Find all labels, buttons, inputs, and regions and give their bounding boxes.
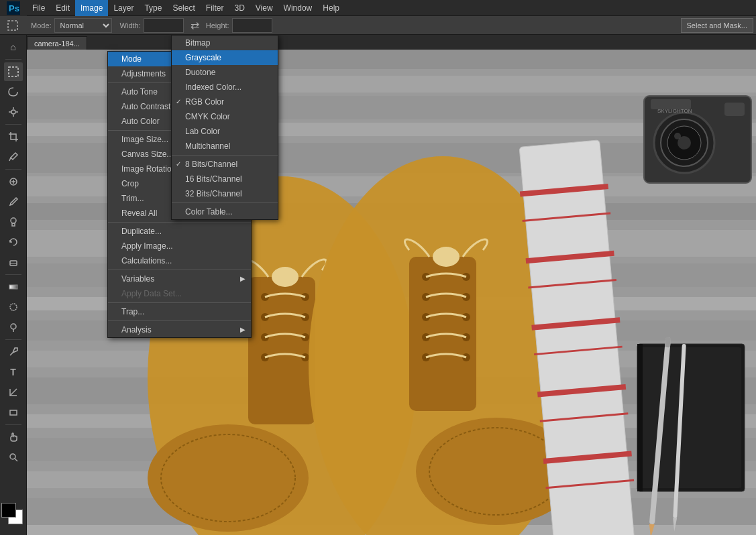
- mode-item-duotone[interactable]: Duotone: [172, 65, 278, 80]
- mode-item-16bit-label: 16 Bits/Channel: [185, 172, 242, 186]
- tool-lasso[interactable]: [4, 82, 23, 101]
- fg-color-swatch[interactable]: [1, 503, 16, 518]
- tool-pen[interactable]: [4, 343, 23, 361]
- tool-marquee[interactable]: [4, 62, 23, 81]
- menu-item-analysis-arrow: ▶: [240, 322, 246, 337]
- tool-stamp[interactable]: [4, 213, 23, 231]
- mode-item-color-table-label: Color Table...: [185, 204, 232, 219]
- toolbar-width-label: Width:: [120, 21, 141, 29]
- menu-view[interactable]: View: [250, 0, 278, 16]
- mode-item-multichannel[interactable]: Multichannel: [172, 139, 278, 154]
- toolbar-mode-select[interactable]: Normal Fixed Ratio Fixed Size: [54, 18, 112, 33]
- menu-type[interactable]: Type: [139, 0, 167, 16]
- svg-rect-17: [9, 285, 17, 289]
- mode-item-bitmap[interactable]: Bitmap: [172, 36, 278, 50]
- toolbar-marquee-icon: [3, 18, 23, 33]
- mode-item-lab-label: Lab Color: [185, 124, 220, 139]
- menu-image[interactable]: Image: [75, 0, 108, 16]
- tool-gradient[interactable]: [4, 278, 23, 296]
- main-layout: ⌂: [0, 35, 756, 535]
- separator-5: [108, 302, 251, 303]
- content-area: camera-184...: [27, 35, 756, 535]
- tool-magic-wand[interactable]: [4, 103, 23, 121]
- tool-shape[interactable]: [4, 403, 23, 422]
- mode-item-lab-color[interactable]: Lab Color: [172, 124, 278, 139]
- tool-type[interactable]: T: [4, 363, 23, 381]
- toolbar-height-input[interactable]: [232, 18, 272, 33]
- tool-crop[interactable]: [4, 127, 23, 146]
- tool-healing[interactable]: [4, 172, 23, 191]
- menu-item-trap-label: Trap...: [121, 304, 144, 319]
- menu-item-calculations[interactable]: Calculations...: [108, 253, 251, 268]
- menu-filter[interactable]: Filter: [201, 0, 229, 16]
- mode-item-8bit-label: 8 Bits/Channel: [185, 157, 237, 172]
- mode-item-rgb-color[interactable]: ✓ RGB Color: [172, 95, 278, 109]
- mode-item-rgb-checkmark: ✓: [176, 95, 181, 109]
- tool-eraser[interactable]: [4, 253, 23, 272]
- menu-item-analysis[interactable]: Analysis ▶: [108, 322, 251, 337]
- tab-bar: camera-184...: [27, 35, 756, 50]
- select-mask-button[interactable]: Select and Mask...: [681, 18, 754, 33]
- menu-layer[interactable]: Layer: [108, 0, 139, 16]
- tool-blur[interactable]: [4, 298, 23, 316]
- tool-eyedropper[interactable]: [4, 147, 23, 166]
- svg-rect-94: [637, 344, 643, 491]
- menu-window[interactable]: Window: [278, 0, 318, 16]
- tool-hand[interactable]: [4, 428, 23, 447]
- menu-item-variables[interactable]: Variables ▶: [108, 272, 251, 286]
- mode-item-indexed-color-label: Indexed Color...: [185, 80, 241, 95]
- menu-3d[interactable]: 3D: [229, 0, 250, 16]
- menu-item-duplicate-label: Duplicate...: [121, 224, 162, 239]
- app-logo: Ps: [0, 0, 27, 16]
- mode-item-bitmap-label: Bitmap: [185, 36, 210, 50]
- tool-zoom[interactable]: [4, 448, 23, 467]
- color-swatches: [1, 503, 25, 527]
- menu-item-mode-label: Mode: [121, 52, 142, 66]
- mode-item-cmyk-color[interactable]: CMYK Color: [172, 109, 278, 124]
- tool-home[interactable]: ⌂: [4, 38, 23, 56]
- svg-text:SKYLIGHTON: SKYLIGHTON: [657, 108, 692, 114]
- tools-panel: ⌂: [0, 35, 27, 535]
- menu-file[interactable]: File: [27, 0, 50, 16]
- menu-select[interactable]: Select: [167, 0, 200, 16]
- menu-item-apply-image[interactable]: Apply Image...: [108, 239, 251, 253]
- menu-item-trap[interactable]: Trap...: [108, 304, 251, 319]
- tool-brush[interactable]: [4, 192, 23, 211]
- menu-item-image-size-label: Image Size...: [121, 132, 168, 147]
- menu-item-duplicate[interactable]: Duplicate...: [108, 224, 251, 239]
- menu-item-apply-data-set[interactable]: Apply Data Set...: [108, 286, 251, 301]
- svg-point-19: [11, 324, 16, 329]
- mode-item-8bit[interactable]: ✓ 8 Bits/Channel: [172, 157, 278, 172]
- tool-dodge[interactable]: [4, 318, 23, 337]
- menu-help[interactable]: Help: [317, 0, 345, 16]
- mode-item-8bit-checkmark: ✓: [176, 157, 181, 172]
- tool-divider-6: [5, 424, 21, 425]
- separator-6: [108, 320, 251, 321]
- toolbar-swap-icon[interactable]: ⇄: [186, 18, 203, 33]
- mode-item-grayscale[interactable]: Grayscale: [172, 50, 278, 65]
- toolbar-width-input[interactable]: [144, 18, 184, 33]
- mode-item-32bit-label: 32 Bits/Channel: [185, 186, 242, 201]
- menu-edit[interactable]: Edit: [50, 0, 75, 16]
- tool-divider-4: [5, 274, 21, 275]
- mode-item-cmyk-label: CMYK Color: [185, 109, 230, 124]
- mode-item-16bit[interactable]: 16 Bits/Channel: [172, 172, 278, 186]
- tool-divider-5: [5, 339, 21, 340]
- separator-4: [108, 270, 251, 270]
- svg-rect-3: [9, 67, 18, 76]
- svg-line-23: [15, 459, 17, 461]
- tool-history[interactable]: [4, 233, 23, 251]
- menu-item-apply-data-set-label: Apply Data Set...: [121, 286, 182, 301]
- mode-item-color-table[interactable]: Color Table...: [172, 204, 278, 219]
- toolbar-height-label: Height:: [206, 21, 229, 29]
- svg-point-8: [11, 110, 15, 114]
- svg-rect-97: [665, 337, 671, 348]
- toolbar: Mode: Normal Fixed Ratio Fixed Size Widt…: [0, 16, 756, 35]
- document-tab[interactable]: camera-184...: [27, 36, 87, 50]
- menu-item-crop-label: Crop: [121, 176, 139, 191]
- menu-item-auto-contrast-label: Auto Contrast: [121, 99, 170, 114]
- mode-item-indexed-color[interactable]: Indexed Color...: [172, 80, 278, 95]
- svg-rect-89: [724, 103, 745, 116]
- tool-path-selection[interactable]: [4, 383, 23, 402]
- mode-item-32bit[interactable]: 32 Bits/Channel: [172, 186, 278, 201]
